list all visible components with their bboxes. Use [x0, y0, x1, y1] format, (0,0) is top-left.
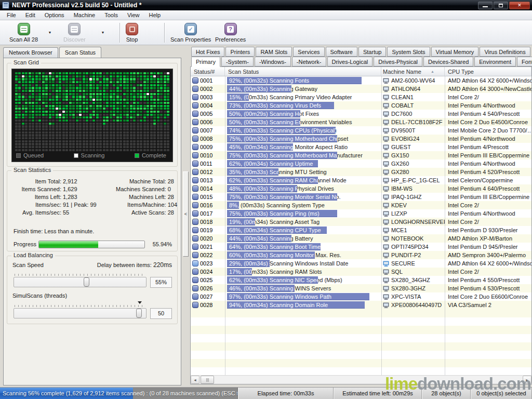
scroll-right-icon[interactable]: ► [523, 376, 531, 384]
preferences-button[interactable]: ? Preferences [213, 22, 248, 44]
scan-speed-thumb[interactable] [84, 277, 89, 287]
table-row[interactable]: 0024 17%, (00m33s) Scanning RAM Slots 17… [191, 268, 531, 276]
discover-dropdown-icon[interactable]: ▼ [99, 28, 107, 37]
table-row[interactable]: 0023 29%, (00m34s) Scanning Windows Inst… [191, 259, 531, 268]
category-tab[interactable]: Services [293, 47, 324, 57]
category-tab[interactable]: Primary [191, 57, 220, 67]
category-tab[interactable]: -Network- [292, 57, 326, 66]
scan-speed-slider[interactable] [14, 277, 147, 287]
status-button[interactable] [192, 252, 198, 258]
category-tab[interactable]: Printers [225, 47, 255, 57]
menu-item[interactable]: View [123, 11, 144, 19]
table-row[interactable]: 0002 44%, (00m33s) Scanning Gateway 44%,… [191, 85, 531, 93]
simulscans-thumb[interactable] [136, 309, 142, 318]
category-tab[interactable]: Virtual Memory [431, 47, 479, 57]
scan-all-dropdown-icon[interactable]: ▼ [46, 28, 54, 37]
status-button[interactable] [192, 219, 198, 225]
category-tab[interactable]: Virus Definitions [480, 47, 530, 57]
table-row[interactable]: 0013 62%, (00m33s) Scanning RAM Channel … [191, 176, 531, 184]
column-header-machine-name[interactable]: Machine Name ▲ [381, 67, 445, 76]
status-button[interactable] [192, 127, 198, 134]
status-button[interactable] [192, 77, 198, 84]
column-header-cpu-type[interactable]: CPU Type [445, 67, 531, 76]
table-row[interactable]: 0026 46%, (00m33s) Scanning WINS Servers… [191, 284, 531, 292]
status-button[interactable] [192, 119, 198, 125]
menu-item[interactable]: Help [144, 11, 166, 19]
column-header-status[interactable]: Status/# [191, 67, 225, 76]
status-button[interactable] [192, 202, 198, 208]
status-button[interactable] [192, 144, 198, 150]
table-row[interactable]: 0010 75%, (00m33s) Scanning Motherboard … [191, 151, 531, 159]
minimize-button[interactable] [478, 2, 493, 9]
table-row[interactable]: 0006 50%, (00m33s) Scanning Environment … [191, 118, 531, 126]
menu-item[interactable]: Machine [69, 11, 100, 19]
table-row[interactable]: 0005 50%, (00m29s) Scanning Hot Fixes 50… [191, 110, 531, 118]
scan-properties-button[interactable]: ✓ Scan Properties [168, 22, 213, 44]
maximize-button[interactable] [494, 2, 508, 9]
stop-button[interactable]: Stop [124, 22, 140, 44]
table-row[interactable]: 0021 64%, (00m33s) Scanning Boot Time 64… [191, 243, 531, 251]
category-tab[interactable]: Hot Fixes [191, 47, 224, 57]
table-row[interactable]: 0014 48%, (00m33s) Scanning Physical Dri… [191, 184, 531, 193]
scroll-left-icon[interactable]: ◄ [191, 376, 200, 384]
table-row[interactable]: 0015 75%, (00m33s) Scanning Monitor Seri… [191, 193, 531, 201]
table-row[interactable]: 0020 44%, (00m34s) Scanning Battery 44%,… [191, 234, 531, 243]
category-tab[interactable]: System Slots [387, 47, 430, 57]
left-tab[interactable]: Network Browser [3, 47, 58, 58]
status-button[interactable] [192, 227, 198, 233]
status-button[interactable] [192, 102, 198, 109]
status-button[interactable] [192, 111, 198, 117]
status-button[interactable] [192, 136, 198, 142]
table-row[interactable]: 0012 35%, (00m33s) Scanning MTU Setting … [191, 168, 531, 176]
close-button[interactable]: ✕ [509, 2, 530, 9]
status-button[interactable] [192, 161, 198, 167]
table-row[interactable]: 0028 94%, (00m34s) Scanning Domain Role … [191, 301, 531, 309]
menu-item[interactable]: Tools [100, 11, 123, 19]
category-tab[interactable]: Drives-Logical [327, 57, 373, 66]
table-row[interactable]: 0019 68%, (00m34s) Scanning CPU Type 68%… [191, 226, 531, 234]
simulscans-slider[interactable] [14, 308, 147, 318]
menu-item[interactable]: File [2, 11, 21, 19]
status-button[interactable] [192, 302, 198, 308]
table-row[interactable]: 0018 19%, (00m34s) Scanning Asset Tag 19… [191, 218, 531, 226]
category-tab[interactable]: Environment [474, 57, 516, 66]
status-button[interactable] [192, 260, 198, 267]
table-row[interactable]: 0025 62%, (00m33s) Scanning NIC Speed (M… [191, 276, 531, 284]
category-tab[interactable]: Drives-Physical [374, 57, 422, 66]
horizontal-scrollbar[interactable]: ◄ ► [191, 375, 531, 384]
left-tab[interactable]: Scan Status [59, 47, 101, 58]
category-tab[interactable]: Devices-Shared [423, 57, 473, 66]
status-button[interactable] [192, 94, 198, 100]
category-tab[interactable]: Software [326, 47, 357, 57]
table-row[interactable]: 0009 45%, (00m34s) Scanning Monitor Aspe… [191, 143, 531, 151]
status-button[interactable] [192, 177, 198, 183]
discover-button[interactable]: Discover [61, 22, 88, 44]
panel-splitter[interactable]: < [183, 171, 189, 257]
status-button[interactable] [192, 277, 198, 283]
menu-item[interactable]: Edit [21, 11, 40, 19]
table-row[interactable]: 0022 60%, (00m33s) Scanning Monitor Max.… [191, 251, 531, 259]
status-button[interactable] [192, 285, 198, 291]
table-row[interactable]: 0017 75%, (00m33s) Scanning Ping (ms) 75… [191, 209, 531, 218]
category-tab[interactable]: -Windows- [255, 57, 291, 66]
table-row[interactable]: 0011 62%, (00m34s) Scanning Uptime 62%, … [191, 159, 531, 168]
table-row[interactable]: 0007 74%, (00m33s) Scanning CPUs (Physic… [191, 126, 531, 135]
menu-item[interactable]: Options [40, 11, 69, 19]
table-row[interactable]: 0001 92%, (00m32s) Scanning Fonts 92%, (… [191, 76, 531, 85]
status-button[interactable] [192, 269, 198, 275]
column-header-scan-status[interactable]: Scan Status [225, 67, 381, 76]
category-tab[interactable]: RAM Slots [256, 47, 292, 57]
table-row[interactable]: 0027 97%, (00m33s) Scanning Windows Path… [191, 292, 531, 301]
status-button[interactable] [192, 185, 198, 192]
status-button[interactable] [192, 294, 198, 300]
table-row[interactable]: 0016 8%, (00m33s) Scanning System Type 8… [191, 201, 531, 209]
scan-all-button[interactable]: Scan All 28 [7, 22, 40, 44]
table-row[interactable]: 0008 75%, (00m33s) Scanning Motherboard … [191, 135, 531, 143]
status-button[interactable] [192, 210, 198, 217]
status-button[interactable] [192, 169, 198, 175]
status-button[interactable] [192, 194, 198, 200]
status-button[interactable] [192, 235, 198, 242]
category-tab[interactable]: Startup [358, 47, 386, 57]
table-row[interactable]: 0004 73%, (00m33s) Scanning Virus Defs 7… [191, 101, 531, 110]
scroll-thumb[interactable] [201, 376, 214, 384]
